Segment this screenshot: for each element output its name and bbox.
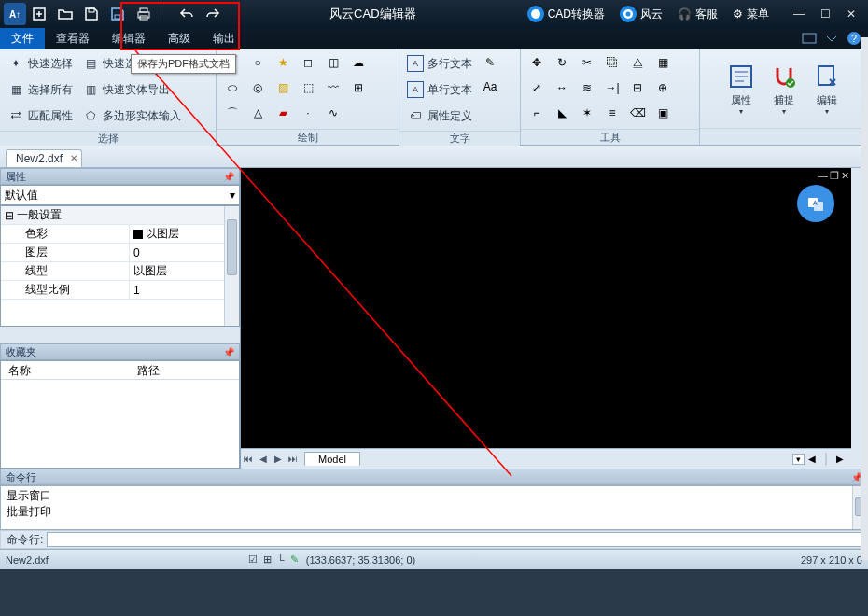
brush-icon[interactable]: 〰 xyxy=(323,77,343,98)
maximize-button[interactable]: ☐ xyxy=(812,1,838,27)
status-coords: (133.6637; 35.31306; 0) xyxy=(306,554,415,566)
prop-row-color[interactable]: 色彩以图层 xyxy=(1,225,239,244)
status-grid-icon[interactable]: ⊞ xyxy=(263,553,272,566)
props-scrollbar[interactable] xyxy=(224,206,239,326)
vp-close-icon[interactable]: ✕ xyxy=(841,170,849,182)
scale-icon[interactable]: ⤢ xyxy=(526,77,547,98)
hatch-icon[interactable]: ▨ xyxy=(273,77,293,98)
select-all[interactable]: ▦选择所有 xyxy=(6,78,75,101)
tab-dd-icon[interactable]: ▾ xyxy=(792,454,805,465)
prop-row-lscale[interactable]: 线型比例1 xyxy=(1,281,239,300)
redo-icon[interactable] xyxy=(202,3,224,25)
cmd-input[interactable] xyxy=(47,532,861,547)
viewport-fab[interactable]: A xyxy=(797,185,834,222)
group-icon[interactable]: ▣ xyxy=(652,103,673,123)
print-icon[interactable] xyxy=(133,3,155,25)
match-props[interactable]: ⮂匹配属性 xyxy=(6,105,75,127)
rotate-icon[interactable]: ↻ xyxy=(552,52,572,73)
status-ortho-icon[interactable]: └ xyxy=(277,554,285,566)
menu-output[interactable]: 输出 xyxy=(202,28,246,49)
menu-advanced[interactable]: 高级 xyxy=(157,28,202,49)
mirror-icon[interactable]: ⧋ xyxy=(627,52,648,73)
poly-solid-input[interactable]: ⬠多边形实体输入 xyxy=(80,105,183,127)
mtext[interactable]: A多行文本 xyxy=(405,52,474,75)
align-icon[interactable]: ≡ xyxy=(602,103,623,123)
tab-prev-icon[interactable]: ◀ xyxy=(256,454,271,464)
status-polar-icon[interactable]: ✎ xyxy=(290,553,299,566)
brand-link[interactable]: 风云 xyxy=(620,6,663,22)
hs-left-icon[interactable]: ◀ xyxy=(808,454,816,464)
service-link[interactable]: 🎧客服 xyxy=(678,7,718,22)
extend-icon[interactable]: →| xyxy=(602,77,623,98)
props-grid: ⊟一般设置 色彩以图层 图层0 线型以图层 线型比例1 xyxy=(0,205,240,327)
point-icon[interactable]: · xyxy=(298,103,318,123)
status-osnap-icon[interactable]: ☑ xyxy=(248,553,258,566)
h-scrollbar[interactable] xyxy=(825,453,827,466)
cmd-history: 显示窗口 批量打印 xyxy=(0,485,868,530)
attr-def[interactable]: 🏷属性定义 xyxy=(405,105,474,127)
minimize-button[interactable]: — xyxy=(786,1,812,27)
prop-row-ltype[interactable]: 线型以图层 xyxy=(1,262,239,281)
stretch-icon[interactable]: ↔ xyxy=(552,77,572,98)
prop-row-layer[interactable]: 图层0 xyxy=(1,244,239,262)
big-attr[interactable]: 属性▾ xyxy=(721,62,761,116)
props-combo[interactable]: 默认值▾ xyxy=(0,185,240,205)
big-edit[interactable]: 编辑▾ xyxy=(807,62,847,116)
cloud-icon[interactable]: ☁ xyxy=(348,52,369,73)
shape2-icon[interactable]: ⬚ xyxy=(298,77,318,98)
spline-icon[interactable]: ∿ xyxy=(323,103,343,123)
open-icon[interactable] xyxy=(54,3,77,25)
offset-icon[interactable]: ≋ xyxy=(577,77,597,98)
style-icon[interactable] xyxy=(801,30,818,47)
array-icon[interactable]: ▦ xyxy=(652,52,673,73)
stext[interactable]: A单行文本 xyxy=(405,78,474,101)
break-icon[interactable]: ⊟ xyxy=(627,77,648,98)
cad-converter-link[interactable]: CAD转换器 xyxy=(527,6,605,22)
grid-icon[interactable]: ⊞ xyxy=(348,77,369,98)
arc-icon[interactable]: ⌒ xyxy=(222,103,243,123)
big-snap[interactable]: 捕捉▾ xyxy=(764,62,804,116)
text-edit-icon[interactable]: ✎ xyxy=(480,52,500,73)
dropdown-icon[interactable] xyxy=(823,30,840,47)
new-icon[interactable] xyxy=(28,3,50,25)
file-tab[interactable]: New2.dxf✕ xyxy=(6,149,82,167)
erase-icon[interactable]: ⌫ xyxy=(627,103,648,123)
copy-icon[interactable]: ⿻ xyxy=(602,52,623,73)
close-button[interactable]: ✕ xyxy=(838,1,864,27)
tab-first-icon[interactable]: ⏮ xyxy=(241,454,256,464)
tab-last-icon[interactable]: ⏭ xyxy=(286,454,301,464)
ring-icon[interactable]: ◎ xyxy=(247,77,268,98)
menu-viewer[interactable]: 查看器 xyxy=(45,28,101,49)
vp-maximize-icon[interactable]: ❐ xyxy=(830,170,839,182)
vp-minimize-icon[interactable]: — xyxy=(818,170,828,182)
join-icon[interactable]: ⊕ xyxy=(652,77,673,98)
text-scale-icon[interactable]: Aa xyxy=(480,77,500,97)
save-icon[interactable] xyxy=(80,3,103,25)
undo-icon[interactable] xyxy=(175,3,198,25)
quick-solid-export[interactable]: ▥快速实体导出 xyxy=(80,78,183,101)
pin-icon[interactable]: 📌 xyxy=(223,172,234,182)
move-icon[interactable]: ✥ xyxy=(526,52,547,73)
pin-icon[interactable]: 📌 xyxy=(223,347,234,357)
rect-dash-icon[interactable]: ◻ xyxy=(298,52,318,73)
save-pdf-icon[interactable] xyxy=(106,3,129,25)
hs-right-icon[interactable]: ▶ xyxy=(836,454,844,464)
trim-icon[interactable]: ✂ xyxy=(577,52,597,73)
shape1-icon[interactable]: ◫ xyxy=(323,52,343,73)
fillet-icon[interactable]: ⌐ xyxy=(526,103,547,123)
model-tab[interactable]: Model xyxy=(304,452,360,466)
chamfer-icon[interactable]: ◣ xyxy=(552,103,572,123)
tab-next-icon[interactable]: ▶ xyxy=(271,454,286,464)
fill-icon[interactable]: ▰ xyxy=(273,103,293,123)
explode-icon[interactable]: ✶ xyxy=(577,103,597,123)
star-icon[interactable]: ★ xyxy=(273,52,293,73)
ellipse-icon[interactable]: ⬭ xyxy=(222,77,243,98)
menu-file[interactable]: 文件 xyxy=(0,28,45,49)
triangle-icon[interactable]: △ xyxy=(247,103,268,123)
menu-editor[interactable]: 编辑器 xyxy=(101,28,157,49)
viewport[interactable]: — ❐ ✕ A xyxy=(241,168,851,448)
quick-select[interactable]: ✦快速选择 xyxy=(6,52,75,75)
main-menu[interactable]: ⚙菜单 xyxy=(733,7,769,22)
tab-close-icon[interactable]: ✕ xyxy=(70,153,77,163)
circle-icon[interactable]: ○ xyxy=(247,52,268,73)
